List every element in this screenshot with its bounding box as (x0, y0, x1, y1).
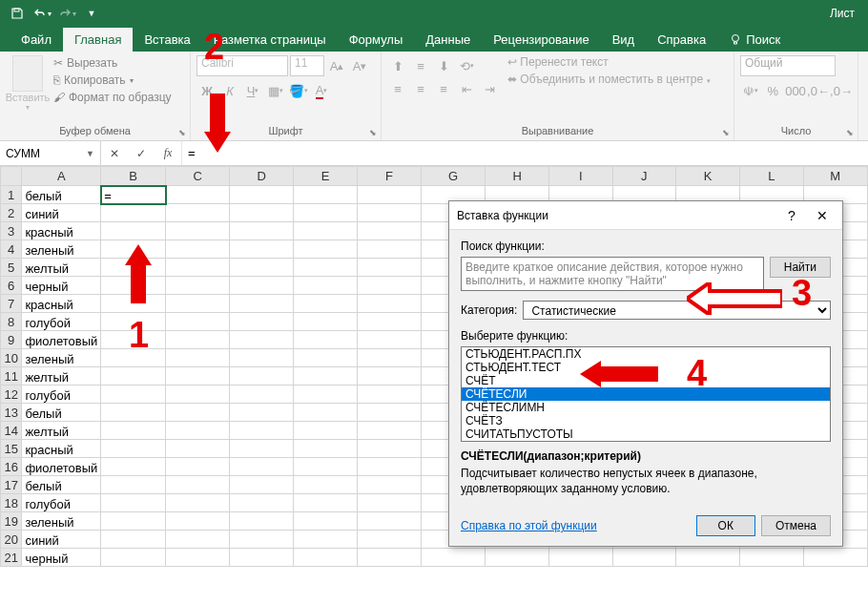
cell-A3[interactable]: красный (22, 222, 101, 240)
col-header-I[interactable]: I (549, 167, 612, 186)
cell-F5[interactable] (358, 259, 422, 277)
font-color-button[interactable]: A▾ (311, 80, 332, 101)
row-header-4[interactable]: 4 (1, 240, 22, 259)
cell-F3[interactable] (358, 222, 422, 240)
tab-help[interactable]: Справка (646, 28, 717, 52)
cell-A17[interactable]: белый (22, 476, 101, 494)
cell-C9[interactable] (166, 331, 230, 349)
fill-color-button[interactable]: 🪣▾ (288, 80, 309, 101)
align-top-icon[interactable]: ⬆ (387, 55, 408, 76)
comma-icon[interactable]: 000 (785, 80, 806, 101)
col-header-J[interactable]: J (612, 167, 676, 186)
indent-dec-icon[interactable]: ⇤ (456, 78, 477, 99)
row-header-19[interactable]: 19 (1, 512, 22, 531)
cell-F21[interactable] (358, 549, 422, 567)
dec-decimal-icon[interactable]: ,0→ (831, 80, 852, 101)
cell-E10[interactable] (294, 349, 358, 367)
cell-F17[interactable] (358, 476, 422, 494)
row-header-2[interactable]: 2 (1, 204, 22, 222)
percent-icon[interactable]: % (763, 80, 784, 101)
cell-C14[interactable] (166, 422, 230, 440)
save-icon[interactable] (6, 2, 29, 25)
align-middle-icon[interactable]: ≡ (410, 55, 431, 76)
col-header-G[interactable]: G (421, 167, 485, 186)
tab-file[interactable]: Файл (10, 28, 63, 52)
cell-A11[interactable]: желтый (22, 367, 101, 385)
row-header-13[interactable]: 13 (1, 404, 22, 422)
cell-D4[interactable] (230, 240, 294, 259)
cell-E3[interactable] (294, 222, 358, 240)
function-item-1[interactable]: СТЬЮДЕНТ.ТЕСТ (462, 361, 830, 374)
cell-J21[interactable] (612, 549, 676, 567)
cell-A4[interactable]: зеленый (22, 240, 101, 259)
cell-B5[interactable] (101, 259, 166, 277)
cell-C3[interactable] (166, 222, 230, 240)
select-all-corner[interactable] (1, 167, 22, 186)
cell-C21[interactable] (166, 549, 230, 567)
cell-D20[interactable] (230, 531, 294, 549)
cell-E12[interactable] (294, 385, 358, 404)
cell-C5[interactable] (166, 259, 230, 277)
paste-button[interactable]: Вставить ▾ (6, 55, 50, 112)
underline-button[interactable]: Ч▾ (242, 80, 263, 101)
cell-F12[interactable] (358, 385, 422, 404)
cell-C7[interactable] (166, 295, 230, 313)
cell-E18[interactable] (294, 494, 358, 512)
row-header-20[interactable]: 20 (1, 531, 22, 549)
cell-F7[interactable] (358, 295, 422, 313)
currency-icon[interactable]: ☫▾ (740, 80, 761, 101)
cell-D17[interactable] (230, 476, 294, 494)
cell-F9[interactable] (358, 331, 422, 349)
cell-F13[interactable] (358, 404, 422, 422)
cell-C18[interactable] (166, 494, 230, 512)
function-item-5[interactable]: СЧЁТЗ (462, 414, 830, 427)
cell-E1[interactable] (294, 186, 358, 204)
cell-D15[interactable] (230, 440, 294, 458)
cell-A12[interactable]: голубой (22, 385, 101, 404)
cell-C11[interactable] (166, 367, 230, 385)
copy-button[interactable]: ⎘Копировать ▾ (53, 73, 172, 88)
cell-E20[interactable] (294, 531, 358, 549)
cell-B11[interactable] (101, 367, 166, 385)
format-painter-button[interactable]: 🖌Формат по образцу (53, 90, 172, 105)
find-button[interactable]: Найти (770, 257, 831, 278)
cell-K21[interactable] (676, 549, 740, 567)
insert-function-button[interactable]: fx (155, 146, 181, 160)
cell-C8[interactable] (166, 313, 230, 331)
cell-F18[interactable] (358, 494, 422, 512)
cell-D5[interactable] (230, 259, 294, 277)
cell-B20[interactable] (101, 531, 166, 549)
cell-F2[interactable] (358, 204, 422, 222)
orientation-icon[interactable]: ⟲▾ (456, 55, 477, 76)
indent-inc-icon[interactable]: ⇥ (479, 78, 500, 99)
cell-E7[interactable] (294, 295, 358, 313)
row-header-9[interactable]: 9 (1, 331, 22, 349)
cell-F15[interactable] (358, 440, 422, 458)
cell-C10[interactable] (166, 349, 230, 367)
cell-E4[interactable] (294, 240, 358, 259)
cell-C2[interactable] (166, 204, 230, 222)
col-header-K[interactable]: K (676, 167, 740, 186)
ok-button[interactable]: ОК (696, 515, 755, 536)
cell-B17[interactable] (101, 476, 166, 494)
cell-D10[interactable] (230, 349, 294, 367)
cell-A18[interactable]: голубой (22, 494, 101, 512)
row-header-8[interactable]: 8 (1, 313, 22, 331)
cell-E16[interactable] (294, 458, 358, 476)
cell-B13[interactable] (101, 404, 166, 422)
cell-A13[interactable]: белый (22, 404, 101, 422)
cell-B16[interactable] (101, 458, 166, 476)
cell-D3[interactable] (230, 222, 294, 240)
cell-D7[interactable] (230, 295, 294, 313)
cell-E15[interactable] (294, 440, 358, 458)
row-header-16[interactable]: 16 (1, 458, 22, 476)
cell-F1[interactable] (358, 186, 422, 204)
close-icon[interactable]: ✕ (810, 206, 835, 225)
function-item-3[interactable]: СЧЁТЕСЛИ (462, 387, 830, 401)
cell-C1[interactable] (166, 186, 230, 204)
cell-E19[interactable] (294, 512, 358, 531)
row-header-6[interactable]: 6 (1, 277, 22, 295)
merge-center-button[interactable]: ⬌ Объединить и поместить в центре ▾ (507, 73, 711, 86)
cell-C15[interactable] (166, 440, 230, 458)
row-header-12[interactable]: 12 (1, 385, 22, 404)
